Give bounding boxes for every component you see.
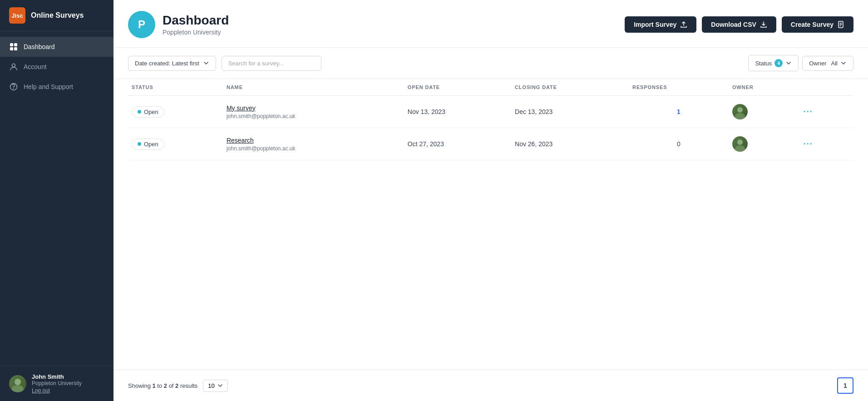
survey-email: john.smith@poppleton.ac.uk	[227, 145, 400, 152]
col-responses: RESPONSES	[629, 79, 729, 96]
sidebar: Jisc Online Surveys Dashboard Acc	[0, 0, 113, 401]
status-dot	[138, 110, 141, 114]
owner-value: All	[831, 60, 838, 67]
sort-label: Date created: Latest first	[135, 60, 199, 67]
pagination-text: Showing 1 to 2 of 2 results	[128, 382, 197, 389]
col-name: NAME	[223, 79, 404, 96]
sidebar-item-help[interactable]: Help and Support	[0, 77, 113, 97]
main-header: P Dashboard Poppleton University Import …	[113, 0, 868, 48]
row-closing-date: Dec 13, 2023	[511, 96, 629, 128]
owner-filter[interactable]: Owner All	[802, 56, 853, 71]
row-owner	[729, 128, 796, 160]
help-icon	[9, 82, 18, 91]
survey-name-link[interactable]: My survey	[227, 104, 256, 112]
surveys-table: STATUS NAME OPEN DATE CLOSING DATE RESPO…	[128, 79, 853, 160]
user-org: Poppleton University	[32, 380, 104, 386]
svg-rect-1	[14, 43, 17, 46]
app-name: Online Surveys	[31, 11, 84, 20]
create-survey-button[interactable]: Create Survey	[782, 16, 853, 33]
row-responses: 0	[629, 128, 729, 160]
chevron-down-icon	[203, 60, 209, 66]
download-label: Download CSV	[711, 21, 756, 28]
header-avatar: P	[128, 11, 155, 38]
more-actions-button[interactable]: ···	[800, 105, 817, 119]
document-icon	[837, 21, 844, 28]
account-icon	[9, 62, 18, 71]
row-name: My surveyjohn.smith@poppleton.ac.uk	[223, 96, 404, 128]
responses-link[interactable]: 1	[677, 108, 681, 115]
dashboard-label: Dashboard	[24, 43, 55, 50]
table-row: OpenResearchjohn.smith@poppleton.ac.ukOc…	[128, 128, 853, 160]
owner-avatar	[732, 136, 748, 152]
page-subtitle: Poppleton University	[163, 29, 617, 36]
table-container: STATUS NAME OPEN DATE CLOSING DATE RESPO…	[113, 79, 868, 370]
main-content: P Dashboard Poppleton University Import …	[113, 0, 868, 401]
table-header: STATUS NAME OPEN DATE CLOSING DATE RESPO…	[128, 79, 853, 96]
table-row: OpenMy surveyjohn.smith@poppleton.ac.ukN…	[128, 96, 853, 128]
header-actions: Import Survey Download CSV Create Survey	[625, 16, 853, 33]
row-actions: ···	[796, 96, 853, 128]
svg-rect-0	[10, 43, 13, 46]
create-label: Create Survey	[791, 21, 833, 28]
user-info: John Smith Poppleton University Log out	[32, 373, 104, 394]
per-page-value: 10	[208, 382, 214, 389]
search-input[interactable]	[222, 56, 321, 71]
col-status: STATUS	[128, 79, 223, 96]
user-avatar	[9, 375, 26, 392]
total-count: 2	[175, 382, 178, 389]
range-start: 1	[152, 382, 155, 389]
page-title: Dashboard	[163, 13, 617, 28]
row-name: Researchjohn.smith@poppleton.ac.uk	[223, 128, 404, 160]
import-label: Import Survey	[634, 21, 676, 28]
survey-name-link[interactable]: Research	[227, 137, 254, 144]
account-label: Account	[24, 63, 47, 70]
status-filter[interactable]: Status 4	[748, 55, 799, 71]
row-closing-date: Nov 26, 2023	[511, 128, 629, 160]
chevron-down-icon	[840, 60, 847, 66]
sidebar-nav: Dashboard Account Help and Support	[0, 31, 113, 366]
pagination-bar: Showing 1 to 2 of 2 results 10 1	[113, 370, 868, 401]
help-label: Help and Support	[24, 83, 73, 90]
row-status: Open	[128, 96, 223, 128]
sidebar-header: Jisc Online Surveys	[0, 0, 113, 31]
table-body: OpenMy surveyjohn.smith@poppleton.ac.ukN…	[128, 96, 853, 160]
col-owner: OWNER	[729, 79, 796, 96]
col-open-date: OPEN DATE	[404, 79, 511, 96]
import-survey-button[interactable]: Import Survey	[625, 16, 696, 33]
status-dot	[138, 142, 141, 146]
svg-point-6	[13, 88, 14, 89]
user-name: John Smith	[32, 373, 104, 380]
download-csv-button[interactable]: Download CSV	[702, 16, 776, 33]
row-open-date: Oct 27, 2023	[404, 128, 511, 160]
col-closing-date: CLOSING DATE	[511, 79, 629, 96]
status-badge: 4	[774, 59, 783, 67]
range-end: 2	[164, 382, 167, 389]
owner-label: Owner	[809, 60, 826, 67]
svg-point-4	[12, 64, 15, 67]
header-title-area: Dashboard Poppleton University	[163, 13, 617, 36]
sidebar-item-dashboard[interactable]: Dashboard	[0, 37, 113, 57]
logout-link[interactable]: Log out	[32, 387, 104, 394]
upload-icon	[680, 21, 687, 28]
status-badge: Open	[132, 139, 164, 150]
sort-dropdown[interactable]: Date created: Latest first	[128, 56, 216, 71]
svg-rect-3	[14, 47, 17, 50]
sidebar-item-account[interactable]: Account	[0, 57, 113, 77]
jisc-logo: Jisc	[9, 7, 25, 24]
toolbar-right: Status 4 Owner All	[748, 55, 853, 71]
more-actions-button[interactable]: ···	[800, 138, 817, 151]
row-responses: 1	[629, 96, 729, 128]
row-open-date: Nov 13, 2023	[404, 96, 511, 128]
download-icon	[760, 21, 767, 28]
col-actions	[796, 79, 853, 96]
row-status: Open	[128, 128, 223, 160]
svg-rect-2	[10, 47, 13, 50]
chevron-down-icon	[217, 383, 223, 388]
page-number-box[interactable]: 1	[837, 377, 853, 394]
status-badge: Open	[132, 106, 164, 118]
row-owner	[729, 96, 796, 128]
owner-avatar	[732, 104, 748, 119]
per-page-select[interactable]: 10	[203, 380, 227, 392]
dashboard-icon	[9, 42, 18, 51]
survey-email: john.smith@poppleton.ac.uk	[227, 113, 400, 119]
